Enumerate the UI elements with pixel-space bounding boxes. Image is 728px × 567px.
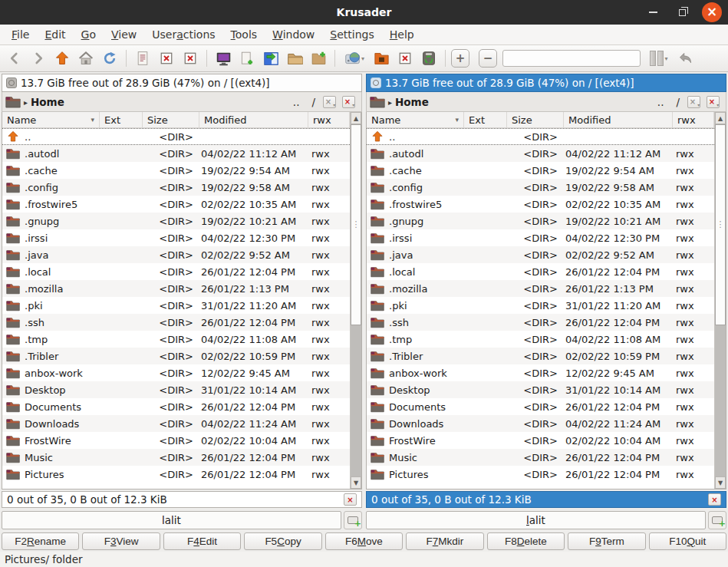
menu-item[interactable]: File (5, 26, 36, 43)
close-tab-button[interactable] (156, 48, 177, 69)
scroll-up-button[interactable]: ▲ (715, 112, 726, 124)
fkey-button[interactable]: F10 Quit (649, 532, 726, 550)
file-row[interactable]: .. <DIR> (2, 128, 350, 145)
file-row[interactable]: .ssh <DIR> 26/01/22 12:04 PM rwx (367, 314, 714, 331)
file-row[interactable]: Pictures <DIR> 26/01/22 12:04 PM rwx (2, 466, 350, 483)
scroll-thumb[interactable] (715, 124, 726, 325)
view-file-button[interactable] (132, 48, 153, 69)
scroll-down-button[interactable]: ▼ (715, 476, 726, 489)
menu-item[interactable]: Help (383, 26, 421, 43)
file-row[interactable]: .mozilla <DIR> 26/01/22 1:13 PM rwx (367, 280, 714, 297)
delete-button[interactable] (394, 48, 416, 69)
menu-item[interactable]: Tools (224, 26, 265, 43)
right-lock-tab-button[interactable]: × (687, 96, 700, 108)
left-cmdline-field[interactable]: lalit (2, 511, 341, 529)
new-file-button[interactable] (236, 48, 258, 69)
file-row[interactable]: .autodl <DIR> 04/02/22 11:12 AM rwx (2, 145, 350, 162)
minimize-button[interactable] (644, 3, 662, 21)
left-dir-root-button[interactable]: / (307, 96, 320, 108)
left-status-close-button[interactable]: × (344, 493, 357, 506)
file-row[interactable]: Documents <DIR> 26/01/22 12:04 PM rwx (2, 398, 350, 415)
file-row[interactable]: Music <DIR> 26/01/22 12:04 PM rwx (2, 449, 350, 466)
right-dir-root-button[interactable]: / (671, 96, 684, 108)
left-media-bar[interactable]: 13.7 GiB free out of 28.9 GiB (47%) on /… (2, 74, 362, 92)
fkey-button[interactable]: F8 Delete (487, 532, 565, 550)
column-header[interactable]: Ext (464, 112, 507, 127)
file-row[interactable]: .gnupg <DIR> 19/02/22 10:21 AM rwx (2, 213, 350, 229)
file-row[interactable]: .mozilla <DIR> 26/01/22 1:13 PM rwx (2, 280, 350, 297)
file-row[interactable]: .config <DIR> 19/02/22 9:58 AM rwx (2, 179, 350, 196)
file-row[interactable]: .frostwire5 <DIR> 02/02/22 10:35 AM rwx (367, 196, 714, 213)
undo-button[interactable] (674, 48, 696, 69)
folder-button[interactable] (284, 48, 305, 69)
maximize-button[interactable] (673, 3, 691, 21)
right-dir-up-button[interactable]: .. (653, 96, 669, 108)
file-row[interactable]: Pictures <DIR> 26/01/22 12:04 PM rwx (367, 466, 714, 483)
right-status-close-button[interactable]: × (708, 493, 721, 506)
file-row[interactable]: .pki <DIR> 31/01/22 11:20 AM rwx (2, 297, 350, 314)
refresh-button[interactable] (99, 48, 120, 69)
menu-item[interactable]: Window (265, 26, 321, 43)
file-row[interactable]: .java <DIR> 02/02/22 9:52 AM rwx (2, 246, 350, 263)
file-row[interactable]: .. <DIR> (367, 128, 714, 145)
file-row[interactable]: .pki <DIR> 31/01/22 11:20 AM rwx (367, 297, 714, 314)
file-row[interactable]: .local <DIR> 26/01/22 12:04 PM rwx (2, 263, 350, 280)
file-row[interactable]: .java <DIR> 02/02/22 9:52 AM rwx (367, 246, 714, 263)
file-row[interactable]: .irssi <DIR> 04/02/22 12:30 PM rwx (2, 229, 350, 246)
file-row[interactable]: .irssi <DIR> 04/02/22 12:30 PM rwx (367, 229, 714, 246)
column-header[interactable]: Size (507, 112, 564, 127)
menu-item[interactable]: Edit (38, 26, 72, 43)
menu-item[interactable]: Useractions (145, 26, 222, 43)
file-row[interactable]: .tmp <DIR> 04/02/22 11:08 AM rwx (2, 331, 350, 348)
right-close-tab-button[interactable]: × (707, 96, 720, 108)
fkey-button[interactable]: F9 Term (568, 532, 645, 550)
close-other-tabs-button[interactable] (180, 48, 201, 69)
file-row[interactable]: .cache <DIR> 19/02/22 9:54 AM rwx (367, 162, 714, 179)
fkey-button[interactable]: F6 Move (325, 532, 403, 550)
right-tab-home[interactable]: Home (395, 96, 429, 108)
left-scrollbar[interactable]: ▲ ▼ (350, 112, 361, 489)
left-history-button[interactable] (344, 511, 362, 529)
menu-item[interactable]: Go (74, 26, 103, 43)
column-header[interactable]: rwx (673, 112, 714, 127)
scroll-up-button[interactable]: ▲ (351, 112, 361, 124)
fkey-button[interactable]: F3 View (82, 532, 160, 550)
column-header[interactable]: Modified (564, 112, 673, 127)
left-dir-up-button[interactable]: .. (288, 96, 305, 108)
file-row[interactable]: .local <DIR> 26/01/22 12:04 PM rwx (367, 263, 714, 280)
right-scrollbar[interactable]: ▲ ▼ (714, 112, 726, 489)
fkey-button[interactable]: F2 Rename (2, 532, 79, 550)
zoom-out-button[interactable]: − (479, 49, 497, 68)
back-button[interactable] (4, 48, 25, 69)
up-button[interactable] (51, 48, 73, 69)
scroll-thumb[interactable] (351, 124, 361, 325)
file-row[interactable]: Desktop <DIR> 31/01/22 10:14 AM rwx (367, 381, 714, 398)
column-header[interactable]: Name▾ (367, 112, 464, 127)
file-row[interactable]: Music <DIR> 26/01/22 12:04 PM rwx (367, 449, 714, 466)
file-row[interactable]: .ssh <DIR> 26/01/22 12:04 PM rwx (2, 314, 350, 331)
file-row[interactable]: Downloads <DIR> 04/02/22 11:24 AM rwx (2, 415, 350, 432)
scroll-track[interactable] (715, 124, 726, 476)
file-row[interactable]: .Tribler <DIR> 02/02/22 10:59 PM rwx (367, 348, 714, 364)
file-row[interactable]: .gnupg <DIR> 19/02/22 10:21 AM rwx (367, 213, 714, 229)
home-button[interactable] (75, 48, 97, 69)
file-row[interactable]: .Tribler <DIR> 02/02/22 10:59 PM rwx (2, 348, 350, 364)
file-row[interactable]: anbox-work <DIR> 12/02/22 9:45 AM rwx (367, 364, 714, 381)
right-history-button[interactable] (708, 511, 726, 529)
root-folder-button[interactable] (371, 48, 392, 69)
sync-panels-button[interactable] (260, 48, 282, 69)
menu-item[interactable]: View (104, 26, 143, 43)
file-row[interactable]: anbox-work <DIR> 12/02/22 9:45 AM rwx (2, 364, 350, 381)
file-row[interactable]: FrostWire <DIR> 02/02/22 10:04 AM rwx (367, 432, 714, 449)
column-header[interactable]: Name▾ (2, 112, 100, 127)
forward-button[interactable] (28, 48, 49, 69)
split-view-button[interactable]: ▾ (646, 48, 672, 69)
fkey-button[interactable]: F7 Mkdir (406, 532, 483, 550)
column-header[interactable]: Size (143, 112, 199, 127)
quick-search-input[interactable] (502, 50, 641, 67)
zoom-in-button[interactable]: + (451, 49, 469, 68)
fkey-button[interactable]: F4 Edit (163, 532, 241, 550)
left-lock-tab-button[interactable]: × (323, 96, 336, 108)
file-row[interactable]: .autodl <DIR> 04/02/22 11:12 AM rwx (367, 145, 714, 162)
column-header[interactable]: rwx (308, 112, 350, 127)
